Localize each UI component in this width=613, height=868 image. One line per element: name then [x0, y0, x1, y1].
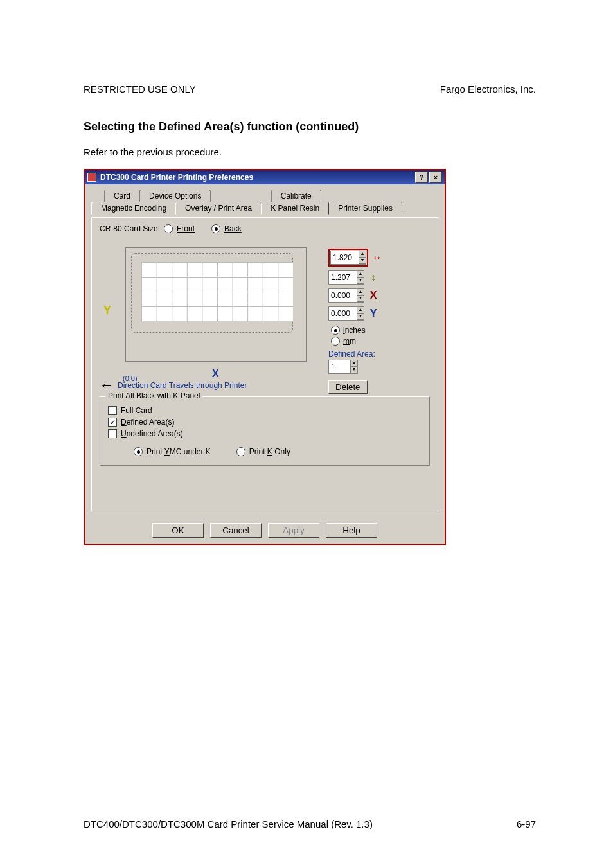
front-label: Front	[177, 224, 195, 233]
radio-front[interactable]	[164, 224, 173, 233]
cancel-button[interactable]: Cancel	[210, 523, 262, 538]
direction-arrow-icon: ←	[100, 381, 114, 390]
direction-label: Direction Card Travels through Printer	[118, 381, 247, 390]
tab-device-options-label: Device Options	[149, 191, 201, 200]
tab-magnetic-encoding-label: Magnetic Encoding	[101, 204, 166, 213]
defined-up[interactable]: ▲	[350, 360, 357, 367]
titlebar: DTC300 Card Printer Printing Preferences…	[85, 170, 445, 184]
tab-k-panel-label: K Panel Resin	[271, 204, 319, 213]
chk-undefined-areas[interactable]	[108, 429, 117, 438]
y-up[interactable]: ▲	[357, 307, 364, 314]
x-up[interactable]: ▲	[357, 289, 364, 296]
defined-area-label: Defined Area:	[328, 350, 431, 359]
defined-down[interactable]: ▼	[350, 367, 357, 373]
tab-overlay-label: Overlay / Print Area	[185, 204, 252, 213]
radio-print-ymc[interactable]	[134, 447, 143, 456]
y-icon: Y	[367, 308, 380, 319]
help-label: Help	[342, 526, 360, 535]
defined-areas-label: Defined Area(s)	[121, 418, 174, 427]
tab-calibrate-label: Calibrate	[281, 191, 312, 200]
footer-left: DTC400/DTC300/DTC300M Card Printer Servi…	[84, 819, 373, 829]
x-down[interactable]: ▼	[357, 296, 364, 302]
y-input[interactable]	[329, 308, 357, 319]
full-card-label: Full Card	[121, 406, 152, 415]
apply-button[interactable]: Apply	[268, 523, 319, 538]
height-icon: ↕	[367, 272, 380, 283]
tab-overlay-print-area[interactable]: Overlay / Print Area	[175, 202, 262, 215]
intro-text: Refer to the previous procedure.	[84, 146, 536, 157]
chk-defined-areas[interactable]	[108, 418, 117, 427]
x-input[interactable]	[329, 290, 357, 301]
ok-button[interactable]: OK	[152, 523, 204, 538]
width-up[interactable]: ▲	[359, 251, 366, 258]
height-input[interactable]	[329, 272, 357, 283]
radio-mm[interactable]	[331, 337, 340, 346]
ok-label: OK	[172, 526, 184, 535]
x-icon: X	[367, 290, 380, 301]
width-down[interactable]: ▼	[359, 258, 366, 264]
restricted-label: RESTRICTED USE ONLY	[84, 84, 196, 94]
defined-area-grid[interactable]	[141, 262, 293, 321]
print-k-only-label: Print K Only	[249, 447, 290, 456]
tab-calibrate[interactable]: Calibrate	[271, 190, 321, 202]
highlight-width-height: ▲▼	[328, 249, 368, 267]
help-button[interactable]: ?	[415, 172, 428, 183]
height-up[interactable]: ▲	[357, 271, 364, 278]
defined-area-input[interactable]	[329, 362, 350, 372]
card-preview	[125, 247, 306, 362]
y-axis-label: Y	[103, 304, 111, 317]
x-axis-label: X	[212, 368, 219, 380]
width-spinner[interactable]: ▲▼	[330, 251, 366, 265]
tab-card-label: Card	[114, 191, 130, 200]
y-spinner[interactable]: ▲▼	[328, 306, 364, 321]
chk-full-card[interactable]	[108, 406, 117, 415]
tab-card[interactable]: Card	[104, 190, 140, 202]
group-title: Print All Black with K Panel	[105, 391, 202, 400]
printing-preferences-dialog: DTC300 Card Printer Printing Preferences…	[84, 169, 446, 545]
help-button-bottom[interactable]: Help	[326, 523, 377, 538]
radio-back[interactable]	[211, 224, 220, 233]
inches-label: iinchesnches	[343, 326, 366, 335]
undefined-areas-label: Undefined Area(s)	[121, 429, 183, 438]
x-spinner[interactable]: ▲▼	[328, 288, 364, 303]
mm-label: mm	[343, 337, 356, 346]
print-black-group: Print All Black with K Panel Full Card D…	[100, 396, 430, 466]
dialog-title: DTC300 Card Printer Printing Preferences	[100, 173, 414, 182]
delete-button[interactable]: Delete	[328, 380, 368, 394]
radio-print-k-only[interactable]	[236, 447, 245, 456]
height-spinner[interactable]: ▲▼	[328, 270, 364, 285]
print-ymc-label: Print YMC under K	[147, 447, 211, 456]
origin-label: (0,0)	[123, 375, 138, 382]
section-title: Selecting the Defined Area(s) function (…	[84, 120, 536, 134]
apply-label: Apply	[283, 526, 304, 535]
close-button[interactable]: ×	[429, 172, 442, 183]
tab-printer-supplies[interactable]: Printer Supplies	[328, 202, 402, 215]
width-input[interactable]	[331, 252, 359, 263]
y-down[interactable]: ▼	[357, 314, 364, 320]
card-size-label: CR-80 Card Size:	[100, 224, 160, 233]
k-panel-resin-pane: CR-80 Card Size: Front Back Y (0,0) X	[91, 217, 438, 511]
back-label: Back	[224, 224, 242, 233]
company-label: Fargo Electronics, Inc.	[440, 84, 536, 94]
height-down[interactable]: ▼	[357, 278, 364, 284]
delete-label: Delete	[335, 382, 360, 392]
tab-k-panel-resin[interactable]: K Panel Resin	[261, 202, 329, 215]
tab-magnetic-encoding[interactable]: Magnetic Encoding	[91, 202, 176, 215]
radio-inches[interactable]	[331, 326, 340, 335]
tab-supplies-label: Printer Supplies	[338, 204, 393, 213]
width-icon: ↔	[371, 252, 384, 263]
footer-right: 6-97	[517, 819, 536, 829]
app-icon	[87, 173, 96, 182]
tab-device-options[interactable]: Device Options	[139, 190, 211, 202]
cancel-label: Cancel	[222, 526, 249, 535]
defined-area-spinner[interactable]: ▲▼	[328, 360, 358, 374]
